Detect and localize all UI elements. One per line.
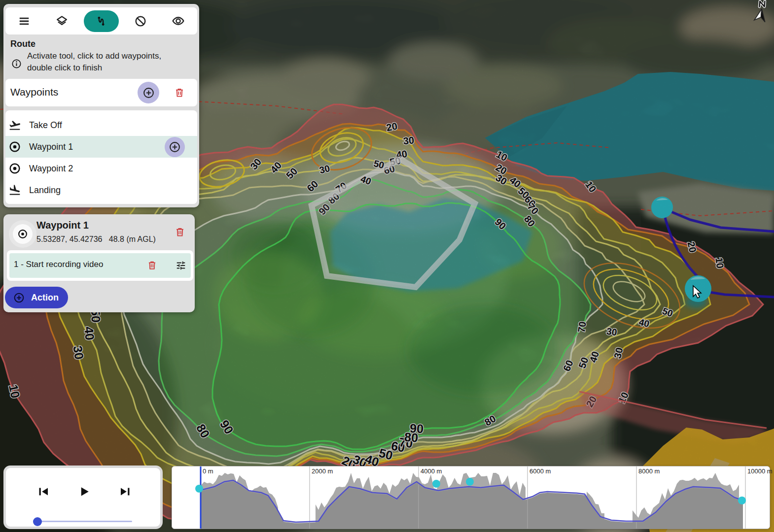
svg-text:6000 m: 6000 m — [529, 467, 551, 475]
svg-text:0 m: 0 m — [203, 467, 213, 475]
svg-text:10000 m: 10000 m — [747, 467, 773, 475]
svg-text:8000 m: 8000 m — [638, 467, 660, 475]
svg-text:2000 m: 2000 m — [312, 467, 333, 475]
svg-text:4000 m: 4000 m — [421, 467, 442, 475]
